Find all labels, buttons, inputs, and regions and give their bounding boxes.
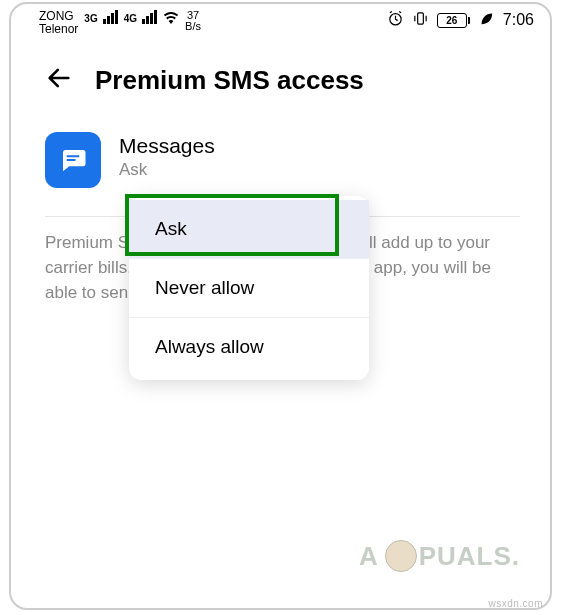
signal-bars-icon: [142, 10, 157, 24]
wm-rest: PUALS.: [419, 541, 520, 572]
app-row-messages[interactable]: Messages Ask: [45, 132, 520, 188]
popup-option-ask[interactable]: Ask: [129, 200, 369, 259]
page-title: Premium SMS access: [95, 65, 364, 96]
status-right: 26 7:06: [387, 10, 534, 30]
signal-2: 4G: [124, 10, 157, 24]
messages-app-icon: [45, 132, 101, 188]
vibrate-icon: [412, 10, 429, 30]
appuals-watermark: A PUALS.: [359, 540, 520, 572]
alarm-icon: [387, 10, 404, 30]
popup-option-always-allow[interactable]: Always allow: [129, 318, 369, 376]
site-watermark: wsxdn.com: [488, 598, 543, 609]
permission-popup: Ask Never allow Always allow: [129, 196, 369, 380]
app-name-label: Messages: [119, 134, 215, 158]
signal-1: 3G: [84, 10, 117, 24]
wifi-icon: [163, 10, 179, 29]
signal-bars-icon: [103, 10, 118, 24]
eco-leaf-icon: [478, 10, 495, 30]
battery-icon: 26: [437, 13, 470, 28]
data-rate: 37 B/s: [185, 10, 201, 32]
net-type-2: 4G: [124, 13, 137, 24]
status-bar: ZONG Telenor 3G 4G 37 B/s: [11, 4, 550, 38]
clock: 7:06: [503, 11, 534, 29]
battery-pct: 26: [437, 13, 467, 28]
data-rate-unit: B/s: [185, 21, 201, 32]
back-button[interactable]: [45, 64, 73, 96]
popup-option-never-allow[interactable]: Never allow: [129, 259, 369, 318]
svg-rect-0: [418, 13, 424, 24]
net-type-1: 3G: [84, 13, 97, 24]
status-left: ZONG Telenor 3G 4G 37 B/s: [39, 10, 201, 36]
appuals-face-icon: [385, 540, 417, 572]
page-header: Premium SMS access: [11, 38, 550, 112]
carrier-2: Telenor: [39, 23, 78, 36]
app-status-label: Ask: [119, 160, 215, 180]
wm-letter-a: A: [359, 541, 379, 572]
carrier-names: ZONG Telenor: [39, 10, 78, 36]
